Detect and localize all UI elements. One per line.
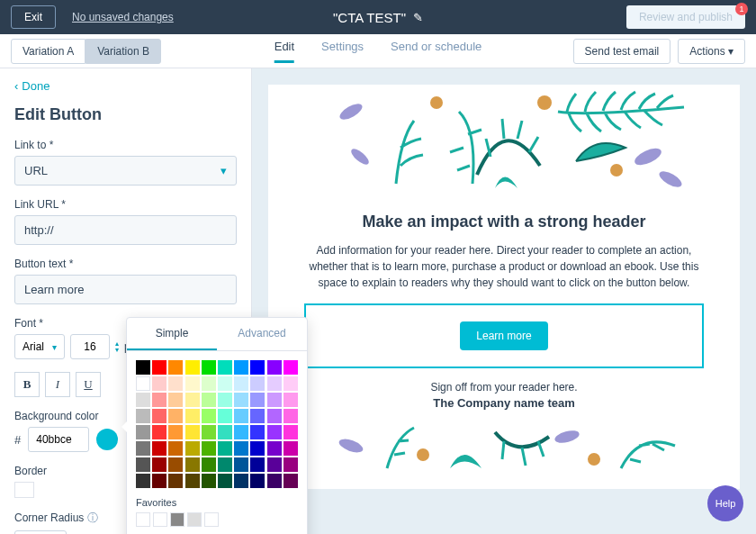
size-down-icon[interactable]: ▾ — [115, 347, 119, 353]
color-swatch[interactable] — [185, 457, 200, 472]
color-swatch[interactable] — [267, 457, 282, 472]
save-status-link[interactable]: No unsaved changes — [72, 11, 174, 23]
color-swatch[interactable] — [185, 393, 200, 407]
color-swatch[interactable] — [267, 376, 282, 391]
link-to-select[interactable]: URL▾ — [14, 156, 237, 186]
color-swatch[interactable] — [152, 376, 166, 391]
cta-container[interactable]: Learn more — [304, 303, 704, 368]
color-swatch[interactable] — [136, 441, 150, 456]
tab-settings[interactable]: Settings — [321, 40, 364, 63]
tab-edit[interactable]: Edit — [274, 40, 294, 63]
color-swatch[interactable] — [234, 376, 248, 391]
color-swatch[interactable] — [152, 457, 166, 472]
color-swatch[interactable] — [218, 441, 232, 456]
color-swatch[interactable] — [202, 376, 216, 391]
color-swatch[interactable] — [185, 441, 200, 456]
color-swatch[interactable] — [152, 360, 166, 375]
color-swatch[interactable] — [168, 360, 183, 375]
color-swatch[interactable] — [136, 474, 150, 488]
color-swatch[interactable] — [218, 409, 232, 423]
color-swatch[interactable] — [284, 393, 298, 407]
font-family-select[interactable]: Arial▾ — [14, 334, 65, 359]
color-swatch[interactable] — [250, 360, 265, 375]
color-swatch[interactable] — [168, 425, 183, 439]
color-swatch[interactable] — [136, 457, 150, 472]
color-swatch[interactable] — [284, 360, 298, 375]
send-test-button[interactable]: Send test email — [573, 39, 671, 64]
color-swatch[interactable] — [152, 425, 166, 439]
color-swatch[interactable] — [202, 474, 216, 488]
review-publish-button[interactable]: Review and publish — [626, 5, 745, 29]
color-swatch[interactable] — [267, 425, 282, 439]
favorite-swatch[interactable] — [204, 512, 219, 527]
color-swatch[interactable] — [250, 441, 265, 456]
color-swatch[interactable] — [234, 425, 248, 439]
bg-color-input[interactable] — [28, 427, 89, 452]
help-button[interactable]: Help — [707, 485, 743, 521]
color-swatch[interactable] — [202, 441, 216, 456]
colorpicker-tab-advanced[interactable]: Advanced — [217, 318, 307, 350]
color-swatch[interactable] — [168, 376, 183, 391]
color-swatch[interactable] — [267, 409, 282, 423]
colorpicker-tab-simple[interactable]: Simple — [127, 318, 217, 350]
favorite-swatch[interactable] — [136, 512, 150, 527]
color-swatch[interactable] — [234, 360, 248, 375]
color-swatch[interactable] — [284, 409, 298, 423]
color-swatch[interactable] — [250, 393, 265, 407]
underline-button[interactable]: U — [76, 372, 101, 397]
done-link[interactable]: ‹Done — [14, 79, 237, 93]
color-swatch[interactable] — [136, 409, 150, 423]
color-swatch[interactable] — [202, 409, 216, 423]
font-size-input[interactable] — [70, 334, 110, 359]
color-swatch[interactable] — [202, 457, 216, 472]
info-icon[interactable]: ⓘ — [87, 511, 98, 524]
edit-title-icon[interactable]: ✎ — [413, 11, 423, 24]
color-swatch[interactable] — [168, 393, 183, 407]
color-swatch[interactable] — [152, 474, 166, 488]
color-swatch[interactable] — [218, 360, 232, 375]
variation-a-tab[interactable]: Variation A — [11, 39, 86, 64]
color-swatch[interactable] — [284, 474, 298, 488]
button-text-input[interactable] — [14, 275, 237, 304]
color-swatch[interactable] — [234, 393, 248, 407]
color-swatch[interactable] — [136, 425, 150, 439]
color-swatch[interactable] — [234, 474, 248, 488]
color-swatch[interactable] — [185, 425, 200, 439]
color-swatch[interactable] — [152, 409, 166, 423]
color-swatch[interactable] — [218, 457, 232, 472]
color-swatch[interactable] — [284, 376, 298, 391]
color-swatch[interactable] — [284, 441, 298, 456]
bold-button[interactable]: B — [14, 372, 40, 397]
link-url-input[interactable] — [14, 215, 237, 245]
exit-button[interactable]: Exit — [11, 5, 56, 29]
color-swatch[interactable] — [218, 376, 232, 391]
cta-button[interactable]: Learn more — [460, 321, 547, 350]
variation-b-tab[interactable]: Variation B — [86, 39, 161, 64]
radius-input[interactable] — [14, 530, 67, 534]
italic-button[interactable]: I — [45, 372, 70, 397]
color-swatch[interactable] — [218, 474, 232, 488]
color-swatch[interactable] — [267, 393, 282, 407]
color-swatch[interactable] — [152, 441, 166, 456]
color-swatch[interactable] — [185, 409, 200, 423]
color-swatch[interactable] — [250, 409, 265, 423]
color-swatch[interactable] — [284, 425, 298, 439]
color-swatch[interactable] — [284, 457, 298, 472]
bg-color-swatch[interactable] — [96, 429, 118, 450]
actions-menu-button[interactable]: Actions ▾ — [678, 39, 745, 64]
color-swatch[interactable] — [152, 393, 166, 407]
color-swatch[interactable] — [267, 474, 282, 488]
color-swatch[interactable] — [202, 425, 216, 439]
color-swatch[interactable] — [185, 376, 200, 391]
color-swatch[interactable] — [250, 425, 265, 439]
color-swatch[interactable] — [250, 474, 265, 488]
color-swatch[interactable] — [168, 441, 183, 456]
color-swatch[interactable] — [218, 393, 232, 407]
color-swatch[interactable] — [267, 360, 282, 375]
favorite-swatch[interactable] — [153, 512, 167, 527]
border-swatch[interactable] — [14, 482, 34, 498]
color-swatch[interactable] — [202, 360, 216, 375]
color-swatch[interactable] — [185, 360, 200, 375]
color-swatch[interactable] — [267, 441, 282, 456]
color-swatch[interactable] — [136, 376, 150, 391]
